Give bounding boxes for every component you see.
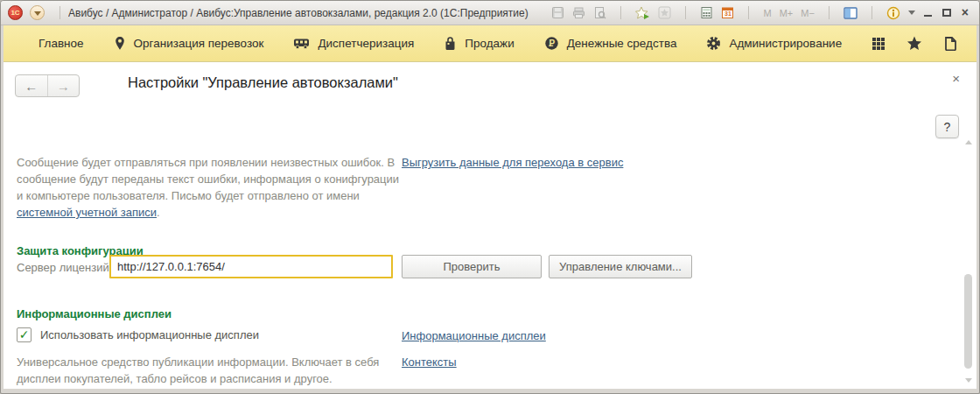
license-server-label: Сервер лицензий: (17, 261, 112, 274)
menu-item-label: Организация перевозок (134, 37, 264, 50)
window-title: Авибус / Администратор / Авибус:Управлен… (68, 7, 528, 19)
description-text-end: . (157, 206, 160, 219)
split-view-icon[interactable] (844, 7, 858, 19)
application-window: 1С Авибус / Администратор / Авибус:Управ… (0, 0, 980, 394)
history-icon[interactable] (943, 36, 957, 51)
print-preview-icon[interactable] (593, 6, 606, 19)
back-button[interactable]: ← (16, 75, 48, 96)
chevron-down-icon (34, 11, 41, 16)
close-icon[interactable]: × (952, 72, 960, 85)
check-button[interactable]: Проверить (402, 255, 542, 278)
divider (748, 6, 749, 19)
use-displays-row: ✓ Использовать информационные дисплеи (17, 327, 259, 342)
save-icon[interactable] (551, 6, 564, 19)
menu-item-administrirovanie[interactable]: Администрирование (706, 36, 842, 51)
memory-m-minus-button[interactable]: M− (801, 8, 815, 18)
shopping-bag-icon (444, 36, 465, 51)
scroll-up-arrow[interactable] (963, 137, 973, 146)
calculator-icon[interactable] (700, 6, 713, 19)
use-displays-checkbox[interactable]: ✓ (17, 327, 32, 342)
menu-item-organizaciya-perevozok[interactable]: Организация перевозок (114, 36, 264, 51)
calendar-icon[interactable]: 31 (721, 6, 734, 19)
help-button[interactable]: ? (935, 115, 959, 138)
system-account-link[interactable]: системной учетной записи (17, 206, 157, 219)
menu-item-prodazhi[interactable]: Продажи (444, 36, 514, 51)
license-server-input[interactable] (109, 255, 393, 278)
scrollbar-thumb[interactable] (964, 274, 972, 369)
divider (829, 6, 830, 19)
description-text: Сообщение будет отправляться при появлен… (17, 156, 399, 202)
memory-m-button[interactable]: M (763, 8, 771, 18)
title-bar: 1С Авибус / Администратор / Авибус:Управ… (1, 1, 979, 25)
info-icon[interactable] (886, 6, 900, 20)
error-report-description: Сообщение будет отправляться при появлен… (17, 154, 400, 221)
menu-item-label: Администрирование (729, 37, 842, 50)
menu-item-denezhnye-sredstva[interactable]: Р Денежные средства (544, 36, 677, 51)
menu-item-label: Продажи (465, 37, 514, 50)
info-dropdown-chevron-icon[interactable] (908, 11, 915, 16)
svg-text:Р: Р (549, 39, 555, 48)
calendar-day-label: 31 (721, 11, 734, 17)
divider (60, 6, 60, 19)
map-pin-icon (114, 36, 134, 51)
menu-item-label: Диспетчеризация (318, 37, 414, 50)
memory-m-plus-button[interactable]: M+ (780, 8, 794, 18)
forward-button[interactable]: → (48, 75, 80, 96)
menu-item-label: Главное (38, 37, 84, 50)
vertical-scrollbar[interactable] (963, 137, 973, 384)
divider (872, 6, 872, 19)
minimize-button[interactable] (924, 9, 932, 17)
navigation-buttons: ← → (15, 74, 80, 97)
main-menu-dropdown-button[interactable] (30, 5, 45, 20)
menu-item-glavnoe[interactable]: Главное (38, 37, 84, 50)
1c-logo-icon[interactable]: 1С (8, 5, 23, 20)
checkmark-icon: ✓ (19, 328, 30, 341)
export-data-link[interactable]: Выгрузить данные для перехода в сервис (402, 156, 623, 169)
divider (685, 6, 686, 19)
displays-description: Универсальное средство публикации информ… (17, 354, 412, 387)
all-functions-grid-icon[interactable] (872, 37, 886, 51)
menu-item-label: Денежные средства (567, 37, 677, 50)
use-displays-label: Использовать информационные дисплеи (40, 328, 259, 341)
info-displays-link[interactable]: Информационные дисплеи (402, 329, 546, 342)
scroll-down-arrow[interactable] (963, 376, 973, 384)
ruble-icon: Р (544, 36, 567, 51)
favorites-star-icon[interactable] (906, 36, 922, 51)
maximize-button[interactable] (942, 9, 951, 17)
settings-form: ← → Настройки "Управление автовокзалами"… (4, 62, 976, 389)
titlebar-toolbar: 31 M M+ M− (551, 6, 914, 20)
gear-icon (706, 36, 729, 51)
section-title-displays: Информационные дисплеи (17, 307, 172, 320)
bus-icon (293, 37, 318, 50)
favorites-star-icon[interactable] (658, 6, 671, 19)
window-close-button[interactable]: × (962, 9, 969, 17)
section-menu-bar: Главное Организация перевозок Диспетчери… (4, 25, 976, 62)
page-title: Настройки "Управление автовокзалами" (128, 74, 398, 91)
window-controls: × (924, 9, 969, 17)
manage-keys-button[interactable]: Управление ключами... (549, 255, 692, 278)
menu-item-dispetcherizaciya[interactable]: Диспетчеризация (293, 37, 414, 50)
menu-service-icons (872, 36, 980, 51)
divider (620, 6, 621, 19)
print-icon[interactable] (572, 6, 585, 19)
add-favorite-star-icon[interactable] (635, 6, 650, 20)
